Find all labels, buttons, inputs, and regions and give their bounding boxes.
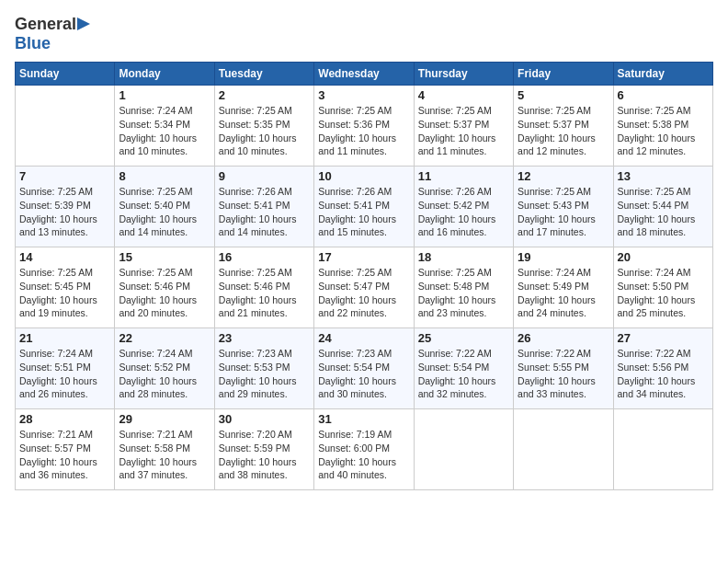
calendar-cell: 18Sunrise: 7:25 AMSunset: 5:48 PMDayligh… xyxy=(414,247,513,328)
day-info: Sunrise: 7:24 AMSunset: 5:51 PMDaylight:… xyxy=(19,347,110,401)
logo-blue-text: Blue xyxy=(15,34,51,52)
day-info: Sunrise: 7:25 AMSunset: 5:36 PMDaylight:… xyxy=(318,104,409,158)
day-info: Sunrise: 7:26 AMSunset: 5:41 PMDaylight:… xyxy=(219,185,310,239)
day-info: Sunrise: 7:21 AMSunset: 5:58 PMDaylight:… xyxy=(119,428,210,482)
calendar-cell: 28Sunrise: 7:21 AMSunset: 5:57 PMDayligh… xyxy=(16,409,115,490)
day-number: 21 xyxy=(19,331,110,345)
day-info: Sunrise: 7:25 AMSunset: 5:48 PMDaylight:… xyxy=(418,266,509,320)
day-info: Sunrise: 7:25 AMSunset: 5:46 PMDaylight:… xyxy=(219,266,310,320)
day-number: 13 xyxy=(618,169,709,183)
day-info: Sunrise: 7:20 AMSunset: 5:59 PMDaylight:… xyxy=(219,428,310,482)
day-number: 25 xyxy=(418,331,509,345)
calendar-cell: 10Sunrise: 7:26 AMSunset: 5:41 PMDayligh… xyxy=(314,167,414,247)
day-number: 12 xyxy=(518,169,609,183)
day-info: Sunrise: 7:24 AMSunset: 5:52 PMDaylight:… xyxy=(119,347,210,401)
calendar-cell: 12Sunrise: 7:25 AMSunset: 5:43 PMDayligh… xyxy=(514,167,613,247)
calendar-cell xyxy=(613,409,712,490)
calendar-header-row: Sunday Monday Tuesday Wednesday Thursday… xyxy=(16,63,713,86)
calendar-cell xyxy=(16,86,115,167)
day-info: Sunrise: 7:25 AMSunset: 5:35 PMDaylight:… xyxy=(219,104,310,158)
day-info: Sunrise: 7:25 AMSunset: 5:39 PMDaylight:… xyxy=(19,185,110,239)
day-number: 19 xyxy=(518,250,609,264)
day-number: 31 xyxy=(318,412,409,426)
day-info: Sunrise: 7:25 AMSunset: 5:47 PMDaylight:… xyxy=(318,266,409,320)
calendar-cell xyxy=(514,409,613,490)
calendar-cell: 14Sunrise: 7:25 AMSunset: 5:45 PMDayligh… xyxy=(16,247,115,328)
day-info: Sunrise: 7:26 AMSunset: 5:41 PMDaylight:… xyxy=(318,185,409,239)
day-number: 5 xyxy=(518,88,609,102)
day-number: 22 xyxy=(119,331,210,345)
day-number: 16 xyxy=(219,250,310,264)
calendar-week-row: 21Sunrise: 7:24 AMSunset: 5:51 PMDayligh… xyxy=(16,328,713,409)
day-info: Sunrise: 7:22 AMSunset: 5:55 PMDaylight:… xyxy=(518,347,609,401)
day-number: 26 xyxy=(518,331,609,345)
day-number: 7 xyxy=(19,169,110,183)
calendar-cell: 4Sunrise: 7:25 AMSunset: 5:37 PMDaylight… xyxy=(414,86,513,167)
day-info: Sunrise: 7:24 AMSunset: 5:34 PMDaylight:… xyxy=(119,104,210,158)
day-info: Sunrise: 7:19 AMSunset: 6:00 PMDaylight:… xyxy=(318,428,409,482)
header-friday: Friday xyxy=(514,63,613,86)
day-info: Sunrise: 7:23 AMSunset: 5:54 PMDaylight:… xyxy=(318,347,409,401)
calendar-cell: 17Sunrise: 7:25 AMSunset: 5:47 PMDayligh… xyxy=(314,247,414,328)
day-info: Sunrise: 7:25 AMSunset: 5:37 PMDaylight:… xyxy=(418,104,509,158)
calendar-cell: 29Sunrise: 7:21 AMSunset: 5:58 PMDayligh… xyxy=(115,409,214,490)
day-info: Sunrise: 7:23 AMSunset: 5:53 PMDaylight:… xyxy=(219,347,310,401)
calendar-week-row: 7Sunrise: 7:25 AMSunset: 5:39 PMDaylight… xyxy=(16,167,713,247)
day-number: 15 xyxy=(119,250,210,264)
calendar-cell: 2Sunrise: 7:25 AMSunset: 5:35 PMDaylight… xyxy=(214,86,313,167)
day-info: Sunrise: 7:25 AMSunset: 5:46 PMDaylight:… xyxy=(119,266,210,320)
logo-arrow-icon xyxy=(77,16,92,32)
calendar-cell: 3Sunrise: 7:25 AMSunset: 5:36 PMDaylight… xyxy=(314,86,414,167)
calendar-cell: 30Sunrise: 7:20 AMSunset: 5:59 PMDayligh… xyxy=(214,409,313,490)
logo-general-text: General xyxy=(15,15,76,34)
day-info: Sunrise: 7:22 AMSunset: 5:54 PMDaylight:… xyxy=(418,347,509,401)
day-number: 11 xyxy=(418,169,509,183)
day-number: 10 xyxy=(318,169,409,183)
calendar-cell: 9Sunrise: 7:26 AMSunset: 5:41 PMDaylight… xyxy=(214,167,313,247)
day-info: Sunrise: 7:24 AMSunset: 5:49 PMDaylight:… xyxy=(518,266,609,320)
day-number: 28 xyxy=(19,412,110,426)
page-header: General Blue xyxy=(15,15,713,52)
day-number: 30 xyxy=(219,412,310,426)
header-saturday: Saturday xyxy=(613,63,712,86)
logo: General Blue xyxy=(15,15,92,52)
calendar-week-row: 1Sunrise: 7:24 AMSunset: 5:34 PMDaylight… xyxy=(16,86,713,167)
calendar-week-row: 14Sunrise: 7:25 AMSunset: 5:45 PMDayligh… xyxy=(16,247,713,328)
day-info: Sunrise: 7:25 AMSunset: 5:43 PMDaylight:… xyxy=(518,185,609,239)
day-number: 17 xyxy=(318,250,409,264)
day-info: Sunrise: 7:22 AMSunset: 5:56 PMDaylight:… xyxy=(618,347,709,401)
calendar-cell: 25Sunrise: 7:22 AMSunset: 5:54 PMDayligh… xyxy=(414,328,513,409)
svg-marker-0 xyxy=(77,17,90,30)
calendar-cell: 31Sunrise: 7:19 AMSunset: 6:00 PMDayligh… xyxy=(314,409,414,490)
day-number: 1 xyxy=(119,88,210,102)
calendar-cell: 22Sunrise: 7:24 AMSunset: 5:52 PMDayligh… xyxy=(115,328,214,409)
day-info: Sunrise: 7:21 AMSunset: 5:57 PMDaylight:… xyxy=(19,428,110,482)
calendar-cell: 23Sunrise: 7:23 AMSunset: 5:53 PMDayligh… xyxy=(214,328,313,409)
day-number: 8 xyxy=(119,169,210,183)
calendar-cell: 8Sunrise: 7:25 AMSunset: 5:40 PMDaylight… xyxy=(115,167,214,247)
day-number: 3 xyxy=(318,88,409,102)
day-info: Sunrise: 7:25 AMSunset: 5:37 PMDaylight:… xyxy=(518,104,609,158)
calendar-cell: 11Sunrise: 7:26 AMSunset: 5:42 PMDayligh… xyxy=(414,167,513,247)
calendar-cell: 6Sunrise: 7:25 AMSunset: 5:38 PMDaylight… xyxy=(613,86,712,167)
header-wednesday: Wednesday xyxy=(314,63,414,86)
calendar-cell: 16Sunrise: 7:25 AMSunset: 5:46 PMDayligh… xyxy=(214,247,313,328)
calendar-cell: 5Sunrise: 7:25 AMSunset: 5:37 PMDaylight… xyxy=(514,86,613,167)
calendar-week-row: 28Sunrise: 7:21 AMSunset: 5:57 PMDayligh… xyxy=(16,409,713,490)
day-number: 2 xyxy=(219,88,310,102)
day-info: Sunrise: 7:24 AMSunset: 5:50 PMDaylight:… xyxy=(618,266,709,320)
day-number: 4 xyxy=(418,88,509,102)
calendar-cell: 15Sunrise: 7:25 AMSunset: 5:46 PMDayligh… xyxy=(115,247,214,328)
day-number: 6 xyxy=(618,88,709,102)
day-number: 27 xyxy=(618,331,709,345)
calendar-cell: 13Sunrise: 7:25 AMSunset: 5:44 PMDayligh… xyxy=(613,167,712,247)
calendar-table: Sunday Monday Tuesday Wednesday Thursday… xyxy=(15,62,713,490)
day-number: 18 xyxy=(418,250,509,264)
calendar-cell: 19Sunrise: 7:24 AMSunset: 5:49 PMDayligh… xyxy=(514,247,613,328)
header-tuesday: Tuesday xyxy=(214,63,313,86)
calendar-cell: 21Sunrise: 7:24 AMSunset: 5:51 PMDayligh… xyxy=(16,328,115,409)
day-number: 20 xyxy=(618,250,709,264)
calendar-cell xyxy=(414,409,513,490)
calendar-cell: 7Sunrise: 7:25 AMSunset: 5:39 PMDaylight… xyxy=(16,167,115,247)
calendar-cell: 27Sunrise: 7:22 AMSunset: 5:56 PMDayligh… xyxy=(613,328,712,409)
